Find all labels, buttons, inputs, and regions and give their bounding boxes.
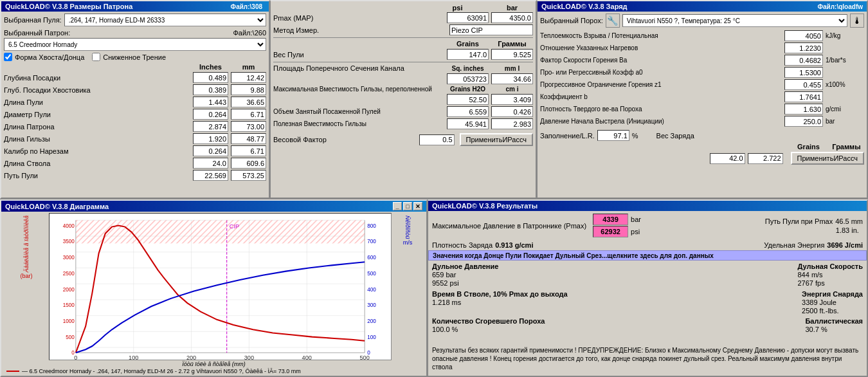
max-cap-cm: 3.409 <box>491 94 533 105</box>
col-mm-header: mm <box>231 63 266 71</box>
powder-row-unit-7: bar <box>826 118 864 125</box>
results-title-text: QuickLOAD© V.3.8 Результаты <box>432 202 538 210</box>
powder-row-val-2: 0.4682 <box>784 55 823 66</box>
grammy-header: Граммы <box>491 40 533 48</box>
bullet-row-label-7: Длина Ствола <box>4 160 193 167</box>
max-cap-label: Максимальная Вместимость Гильзы, перепол… <box>273 86 447 93</box>
useful-grains: 45.941 <box>447 118 489 129</box>
diagram-panel-title: QuickLOAD© V.3.8 Диаграмма _ □ ✕ <box>1 201 426 212</box>
diagram-restore-btn[interactable]: □ <box>403 202 412 210</box>
bullet-row-val2-4: 73.00 <box>231 121 266 132</box>
powder-row-val-3: 1.5300 <box>784 67 823 78</box>
max-cap-header-row: Максимальная Вместимость Гильзы, перепол… <box>271 85 536 93</box>
bullet-row-val2-6: 6.71 <box>231 145 266 156</box>
diagram-minimize-btn[interactable]: _ <box>393 202 402 210</box>
powder-data-row: Плотность Твердого ве-ва Пороха 1.630 g/… <box>538 103 867 115</box>
selected-cartridge-row: Выбранный Патрон: Файл:\260 <box>1 28 269 37</box>
muzzle-velocity-label: Дульная Скорость <box>797 262 863 270</box>
cm-i-header: cm i <box>491 86 533 93</box>
powder-row-label-0: Теплоемкость Взрыва / Потенциальная <box>540 32 782 39</box>
bullet-path-val: 46.5 mm <box>835 217 863 225</box>
pmax-label: Pmax (MAP) <box>273 14 447 22</box>
ballistic-label: Баллистическая <box>805 317 863 325</box>
bullet-row-label-0: Глубина Посадки <box>4 74 193 82</box>
cartridge-select[interactable]: 6.5 Creedmoor Hornady <box>4 38 266 51</box>
powder-select[interactable]: Vihtavuori N550 ?, Температура: 25 °C <box>622 14 847 27</box>
bullet-row-val2-8: 573.25 <box>231 170 266 181</box>
bullet-row-val1-7: 24.0 <box>193 158 228 169</box>
fill-label: Заполнение/L.R. <box>540 132 595 140</box>
bar-header: bar <box>491 4 533 12</box>
thermometer-icon: 🌡 <box>850 14 864 28</box>
muzzle-pressure-bar: 659 bar <box>432 271 498 279</box>
powder-row-label-2: Фактор Скорости Горения Вa <box>540 57 782 64</box>
bullet-data-row: Длина Гильзы 1.920 48.77 <box>1 133 269 145</box>
bullet-row-label-8: Путь Пули <box>4 172 193 179</box>
bullet-weight-label: Вес Пули <box>273 51 447 59</box>
specific-energy-val: 3696 J/cmi <box>827 241 863 249</box>
weight-factor-label: Весовой Фактор <box>273 136 419 143</box>
bullet-file-label: Файл:\308 <box>231 3 262 10</box>
selected-powder-label: Выбранный Порох: <box>540 17 603 24</box>
occupied-label: Объем Занятый Посаженной Пулей <box>273 108 447 115</box>
bullet-select[interactable]: .264, 147, Hornady ELD-M 26333 <box>64 14 266 26</box>
powder-data-row: Фактор Скорости Горения Вa 0.4682 1/bar*… <box>538 54 867 66</box>
warning-text: Результаты без всяких гарантий применимо… <box>428 344 867 373</box>
checkbox-row: Форма Хвоста/Донца Сниженное Трение <box>1 51 269 62</box>
method-label: Метод Измер. <box>273 26 449 34</box>
cross-sq: 053723 <box>447 73 489 84</box>
burned-label: Количество Сгоревшего Пороха <box>432 317 545 325</box>
bullet-icon: 🔧 <box>606 14 620 28</box>
powder-data-row: Коэффициент b 1.7641 <box>538 91 867 103</box>
svg-text:0: 0 <box>71 350 75 356</box>
bullet-panel: QuickLOAD© V.3.8 Размеры Патрона Файл:\3… <box>0 0 270 199</box>
cartridge-apply-btn[interactable]: ПрименитьИРассч <box>460 133 533 146</box>
svg-text:800: 800 <box>367 223 376 229</box>
powder-data-row: Теплоемкость Взрыва / Потенциальная 4050… <box>538 30 867 42</box>
powder-apply-btn[interactable]: ПрименитьИРассч <box>791 152 864 165</box>
section-header-bar[interactable]: Значения когда Донце Пули Покидает Дульн… <box>428 250 867 261</box>
time-label: Время В Стволе, 10% Pmax до выхода <box>432 290 568 298</box>
powder-row-val-0: 4050 <box>784 30 823 41</box>
bullet-path-label: Путь Пули при Pmax <box>765 217 833 225</box>
diagram-panel: QuickLOAD© V.3.8 Диаграмма _ □ ✕ Äàáëåíè… <box>0 199 428 377</box>
bullet-data-row: Длина Пули 1.443 36.65 <box>1 96 269 108</box>
bullet-row-label-5: Длина Гильзы <box>4 135 193 143</box>
bullet-data-row: Длина Ствола 24.0 609.6 <box>1 157 269 169</box>
powder-data-row: Отношение Указанных Нагревов 1.2230 <box>538 42 867 54</box>
svg-text:400: 400 <box>302 354 312 360</box>
specific-energy-label: Удельная Энергия <box>764 241 824 249</box>
selected-powder-row: Выбранный Порох: 🔧 Vihtavuori N550 ?, Те… <box>538 12 867 30</box>
svg-text:2000: 2000 <box>63 287 75 293</box>
cross-section-label: Площадь Поперечного Сечения Канала <box>273 64 447 72</box>
bullet-row-val1-3: 0.264 <box>193 109 228 120</box>
powder-row-val-7: 250.0 <box>784 116 823 127</box>
svg-rect-17 <box>76 220 365 243</box>
useful-cm: 2.983 <box>491 118 533 129</box>
bullet-row-val2-1: 9.88 <box>231 84 266 95</box>
svg-text:0: 0 <box>367 350 370 356</box>
tail-checkbox[interactable] <box>4 53 12 61</box>
reduced-friction-checkbox[interactable] <box>92 53 100 61</box>
charge-grains-val: 42.0 <box>710 153 745 164</box>
selected-cartridge-label: Выбранный Патрон: <box>4 29 70 37</box>
svg-text:300: 300 <box>367 302 376 308</box>
charge-grains-header: Grains <box>791 143 826 151</box>
svg-text:200: 200 <box>186 354 196 360</box>
diagram-title-btns: _ □ ✕ <box>393 202 422 210</box>
diagram-title-text: QuickLOAD© V.3.8 Диаграмма <box>5 203 109 210</box>
method-val: Piezo CIP <box>449 24 533 35</box>
muzzle-velocity-fps: 2767 fps <box>797 279 863 287</box>
selected-bullet-row: Выбранная Пуля: .264, 147, Hornady ELD-M… <box>1 12 269 28</box>
bullet-row-val1-1: 0.389 <box>193 84 228 95</box>
svg-text:3500: 3500 <box>63 239 75 244</box>
results-panel-title: QuickLOAD© V.3.8 Результаты <box>428 201 867 211</box>
bullet-row-label-2: Длина Пули <box>4 98 193 106</box>
powder-row-unit-4: x100% <box>826 81 864 88</box>
powder-row-label-4: Прогрессивное Ограничение Горения z1 <box>540 81 782 88</box>
charge-grammy-header: Граммы <box>829 143 864 151</box>
chart-legend: — 6.5 Creedmoor Hornady - .264, 147, Hor… <box>22 368 301 374</box>
pmax-psi: 63091 <box>447 12 489 23</box>
diagram-close-btn[interactable]: ✕ <box>413 202 422 210</box>
bullet-panel-title-text: QuickLOAD© V.3.8 Размеры Патрона <box>5 3 132 10</box>
